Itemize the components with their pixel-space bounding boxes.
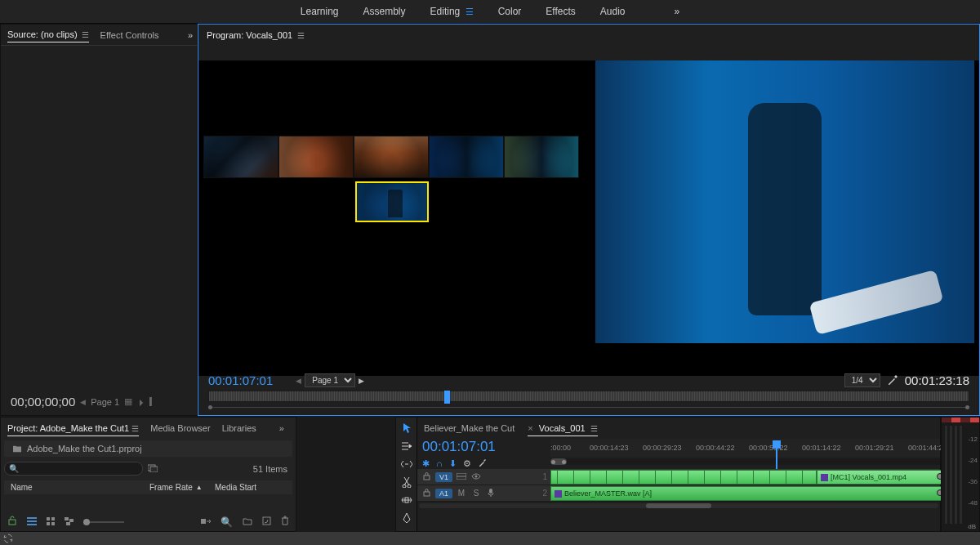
hamburger-icon[interactable]: ☰	[588, 424, 598, 433]
workspace-overflow[interactable]: »	[675, 6, 680, 17]
timeline-scrollbar[interactable]	[419, 503, 938, 508]
list-view-icon[interactable]	[27, 516, 37, 528]
lock-icon[interactable]	[421, 472, 432, 482]
grid-icon[interactable]: ▦	[124, 396, 132, 407]
project-tab[interactable]: Project: Adobe_Make the Cut1 ☰	[7, 423, 139, 436]
voiceover-icon[interactable]	[485, 489, 497, 498]
page-prev-icon[interactable]: ◀	[296, 377, 301, 385]
track-header-v1[interactable]: V1 1	[417, 469, 550, 485]
source-tab[interactable]: Source: (no clips) ☰	[7, 29, 89, 42]
timeline-ruler[interactable]: :00:00 00:00:14:23 00:00:29:23 00:00:44:…	[550, 439, 940, 457]
settings-icon[interactable]: ⚙	[463, 458, 471, 469]
svg-rect-6	[47, 517, 50, 520]
lock-icon[interactable]	[421, 489, 432, 498]
program-ruler[interactable]	[208, 391, 969, 402]
slip-tool-icon[interactable]	[399, 494, 414, 507]
timeline-panel: Believer_Make the Cut × Vocals_001 ☰ 00:…	[395, 417, 941, 532]
settings-wrench-icon[interactable]	[887, 374, 898, 387]
col-name[interactable]: Name	[11, 483, 149, 492]
workspace-audio[interactable]: Audio	[600, 6, 626, 17]
new-bin-icon[interactable]	[243, 516, 252, 528]
freeform-view-icon[interactable]	[65, 516, 74, 528]
effect-controls-tab[interactable]: Effect Controls	[100, 30, 159, 40]
multicam-angle-2[interactable]	[278, 136, 354, 178]
program-playhead-timecode[interactable]: 00:01:07:01	[208, 373, 273, 387]
track-a1-lane[interactable]: Believer_MASTER.wav [A]	[550, 485, 940, 502]
selection-tool-icon[interactable]	[399, 422, 414, 435]
v1-source-patch[interactable]: V1	[435, 472, 452, 482]
snap-icon[interactable]: ✱	[422, 458, 430, 469]
hamburger-icon[interactable]: ☰	[82, 30, 89, 39]
track-output-toggle[interactable]	[456, 472, 467, 481]
zoom-handle-right[interactable]	[965, 405, 969, 409]
program-tab[interactable]: Program: Vocals_001	[207, 30, 292, 40]
linked-selection-icon[interactable]: ∩	[436, 458, 443, 469]
eye-icon[interactable]	[470, 472, 482, 481]
ripple-edit-tool-icon[interactable]	[399, 458, 414, 471]
workspace-editing[interactable]: Editing ☰	[430, 6, 474, 17]
icon-view-icon[interactable]	[47, 516, 55, 528]
sequence-tab-believer[interactable]: Believer_Make the Cut	[424, 423, 514, 433]
a1-source-patch[interactable]: A1	[435, 489, 452, 498]
filter-icon[interactable]	[148, 464, 158, 474]
svg-rect-22	[489, 489, 492, 494]
audio-clip[interactable]: Believer_MASTER.wav [A]	[550, 486, 970, 501]
workspace-assembly[interactable]: Assembly	[363, 6, 406, 17]
track-header-a1[interactable]: A1 M S 2	[417, 485, 550, 502]
source-timecode[interactable]: 00;00;00;00	[11, 395, 75, 409]
audio-meters[interactable]: -12 -24 -36 -48 dB	[941, 417, 980, 532]
step-icon[interactable]: ⏵❙	[137, 397, 155, 407]
multicam-angle-selected[interactable]	[355, 181, 429, 222]
col-framerate[interactable]: Frame Rate ▲	[149, 483, 215, 492]
multicam-angle-1[interactable]	[203, 136, 278, 178]
resolution-select[interactable]: 1/4	[844, 373, 880, 387]
writable-toggle-icon[interactable]	[7, 516, 17, 528]
page-select[interactable]: Page 1	[305, 373, 355, 387]
col-mediastart[interactable]: Media Start	[215, 483, 286, 492]
video-clip-multicam[interactable]	[550, 470, 817, 485]
project-search-input[interactable]	[4, 462, 143, 476]
timeline-playhead-timecode[interactable]: 00:01:07:01	[422, 439, 550, 455]
timeline-playhead[interactable]	[773, 440, 781, 449]
automate-sequence-icon[interactable]	[201, 516, 211, 528]
track-v1-lane[interactable]: [MC1] Vocals_001.mp4	[550, 469, 940, 485]
multicam-grid[interactable]	[203, 136, 581, 294]
trash-icon[interactable]	[281, 516, 289, 528]
tabs-overflow[interactable]: »	[188, 30, 190, 40]
workspace-color[interactable]: Color	[498, 6, 522, 17]
solo-toggle[interactable]: S	[470, 489, 482, 498]
hamburger-icon[interactable]: ☰	[131, 424, 139, 433]
hamburger-icon[interactable]: ☰	[463, 7, 474, 16]
workspace-effects[interactable]: Effects	[546, 6, 575, 17]
pen-tool-icon[interactable]	[399, 511, 414, 525]
scrollbar-thumb[interactable]	[646, 503, 711, 508]
program-viewer[interactable]	[198, 60, 979, 376]
razor-tool-icon[interactable]	[399, 476, 414, 489]
program-playhead[interactable]	[444, 391, 450, 404]
find-icon[interactable]: 🔍	[220, 516, 233, 528]
media-browser-tab[interactable]: Media Browser	[150, 423, 210, 433]
hamburger-icon[interactable]: ☰	[297, 31, 305, 40]
multicam-angle-3[interactable]	[354, 136, 429, 178]
sync-icon[interactable]	[3, 534, 13, 543]
thumbnail-size-slider[interactable]	[83, 521, 124, 523]
bin-icon	[12, 444, 22, 453]
marker-icon[interactable]: ⬇	[449, 458, 457, 469]
new-item-icon[interactable]	[262, 516, 271, 528]
mute-toggle[interactable]: M	[456, 489, 467, 498]
timeline-zoom-bar[interactable]	[550, 458, 940, 465]
page-prev-icon[interactable]: ◀	[80, 398, 86, 406]
libraries-tab[interactable]: Libraries	[222, 423, 256, 433]
multicam-angle-5[interactable]	[504, 136, 579, 178]
program-duration-timecode[interactable]: 00:01:23:18	[905, 373, 969, 387]
tabs-overflow[interactable]: »	[279, 423, 284, 433]
workspace-learning[interactable]: Learning	[301, 6, 339, 17]
multicam-angle-4[interactable]	[429, 136, 504, 178]
wrench-icon[interactable]	[478, 458, 487, 469]
close-icon[interactable]: ×	[528, 423, 532, 433]
sequence-tab-vocals[interactable]: × Vocals_001 ☰	[528, 423, 597, 436]
track-select-tool-icon[interactable]	[399, 440, 414, 453]
sort-asc-icon: ▲	[196, 484, 203, 491]
page-next-icon[interactable]: ▶	[359, 377, 364, 385]
project-bin-path[interactable]: Adobe_Make the Cut1.prproj	[4, 440, 292, 457]
